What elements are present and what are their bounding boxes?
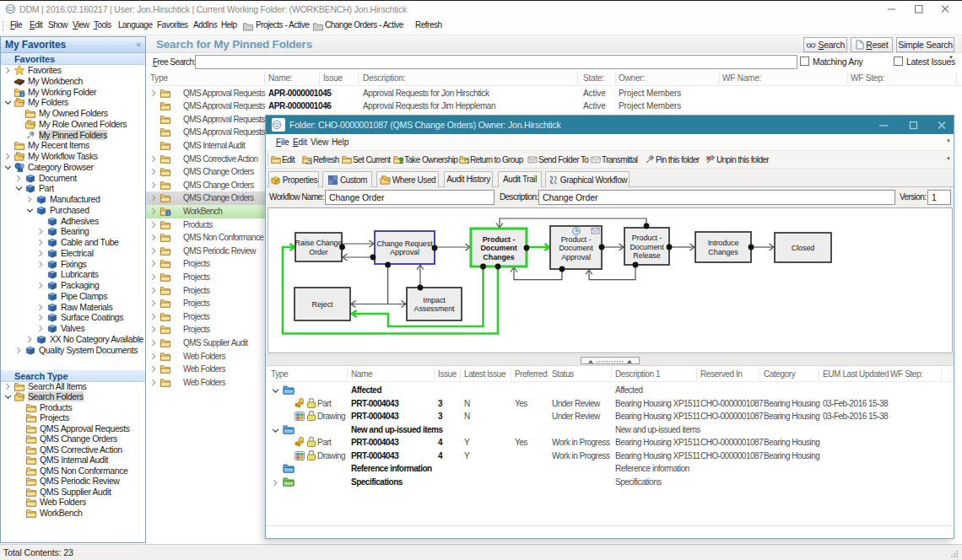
svg-text:Approval: Approval [561,253,591,261]
svg-text:Release: Release [633,251,660,260]
svg-text:Product -: Product - [483,235,516,244]
svg-text:Changes: Changes [483,253,514,261]
svg-text:Document: Document [559,244,593,252]
svg-text:Closed: Closed [792,244,815,252]
svg-text:Introduce: Introduce [708,239,739,247]
svg-text:Change Request: Change Request [376,240,433,248]
svg-text:Raise Change: Raise Change [295,239,343,247]
svg-text:Document: Document [630,243,664,251]
svg-text:Impact: Impact [423,296,446,304]
svg-text:Assessment: Assessment [413,304,455,313]
svg-text:Document: Document [480,244,516,252]
svg-text:Approval: Approval [390,248,419,256]
svg-text:Changes: Changes [708,248,738,256]
svg-text:Product -: Product - [561,235,592,244]
svg-text:Order: Order [309,248,328,256]
svg-text:Reject: Reject [312,300,334,309]
svg-text:Product -: Product - [632,234,662,242]
